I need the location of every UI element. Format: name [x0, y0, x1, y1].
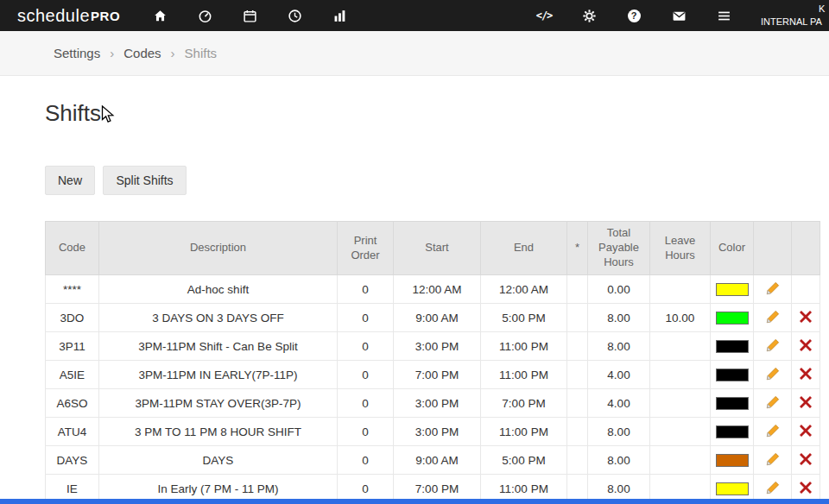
delete-button[interactable]: [800, 425, 812, 437]
cell-start: 9:00 AM: [394, 446, 481, 475]
gear-icon[interactable]: [566, 0, 611, 31]
edit-button[interactable]: [766, 310, 780, 324]
user-org: INTERNAL PA: [761, 16, 822, 27]
mail-icon[interactable]: [656, 0, 701, 31]
cell-color: [711, 446, 754, 475]
logo-text-accent: PRO: [91, 9, 120, 23]
cell-color: [711, 275, 754, 304]
cell-leave-hours: [650, 361, 711, 389]
cell-end: 11:00 PM: [481, 332, 567, 361]
list-icon[interactable]: [701, 0, 746, 31]
header-total-payable-hours: Total Payable Hours: [588, 222, 650, 275]
delete-button[interactable]: [800, 311, 812, 323]
cell-delete: [792, 446, 820, 475]
edit-button[interactable]: [766, 424, 780, 438]
calendar-icon[interactable]: [227, 0, 272, 31]
color-swatch: [716, 369, 749, 381]
edit-button[interactable]: [766, 281, 780, 295]
delete-button[interactable]: [800, 396, 812, 408]
cell-description: 3 PM TO 11 PM 8 HOUR SHIFT: [99, 418, 338, 446]
cell-delete: [792, 361, 820, 389]
help-icon-glyph: ?: [631, 10, 637, 21]
cell-color: [711, 418, 754, 446]
cell-start: 3:00 PM: [394, 389, 481, 418]
bar-chart-icon[interactable]: [317, 0, 362, 31]
color-swatch: [716, 397, 749, 410]
table-row: 3P11 3PM-11PM Shift - Can Be Split 0 3:0…: [46, 332, 820, 361]
edit-button[interactable]: [766, 481, 780, 495]
cell-end: 11:00 PM: [481, 361, 567, 389]
cell-delete: [792, 304, 820, 332]
navbar-right-icons: </> ?: [522, 0, 746, 31]
color-swatch: [716, 312, 749, 324]
cell-color: [711, 361, 754, 389]
cell-edit: [754, 304, 792, 332]
header-start: Start: [394, 222, 481, 275]
cell-print-order: 0: [338, 446, 394, 475]
delete-button[interactable]: [800, 368, 812, 380]
edit-button[interactable]: [766, 452, 780, 466]
edit-button[interactable]: [766, 367, 780, 381]
breadcrumb-settings[interactable]: Settings: [54, 46, 100, 60]
cell-print-order: 0: [338, 389, 394, 418]
color-swatch: [716, 454, 749, 467]
cell-end: 7:00 PM: [481, 389, 567, 418]
delete-button[interactable]: [800, 453, 812, 465]
cell-start: 12:00 AM: [394, 275, 481, 304]
cell-delete: [792, 418, 820, 446]
cell-code: 3P11: [46, 332, 99, 361]
cell-end: 11:00 PM: [481, 418, 567, 446]
app-logo[interactable]: schedule PRO: [17, 0, 120, 31]
cell-code: DAYS: [46, 446, 99, 475]
table-row: ATU4 3 PM TO 11 PM 8 HOUR SHIFT 0 3:00 P…: [46, 418, 820, 446]
cell-start: 7:00 PM: [394, 361, 481, 389]
header-edit: [754, 222, 792, 275]
cell-delete: [792, 275, 820, 304]
cell-leave-hours: 10.00: [650, 304, 711, 332]
code-icon-glyph: </>: [536, 9, 553, 22]
cell-code: ATU4: [46, 418, 99, 446]
breadcrumb-codes[interactable]: Codes: [123, 46, 161, 60]
cell-leave-hours: [650, 446, 711, 475]
cell-star: [567, 389, 588, 418]
home-icon[interactable]: [137, 0, 182, 31]
page-title: Shifts: [45, 100, 829, 128]
cell-star: [567, 446, 588, 475]
color-swatch: [716, 425, 749, 438]
edit-button[interactable]: [766, 338, 780, 352]
cell-star: [567, 361, 588, 389]
cell-star: [567, 418, 588, 446]
help-icon[interactable]: ?: [611, 0, 656, 31]
cell-edit: [754, 332, 792, 361]
cell-leave-hours: [650, 275, 711, 304]
cell-edit: [754, 275, 792, 304]
cell-delete: [792, 332, 820, 361]
cell-print-order: 0: [338, 304, 394, 332]
shifts-table: Code Description Print Order Start End *…: [45, 221, 820, 503]
color-swatch: [716, 340, 749, 353]
color-swatch: [716, 482, 749, 495]
cell-print-order: 0: [338, 332, 394, 361]
user-info[interactable]: K INTERNAL PA: [746, 0, 829, 31]
code-icon[interactable]: </>: [522, 0, 566, 31]
cell-print-order: 0: [338, 418, 394, 446]
cell-print-order: 0: [338, 361, 394, 389]
delete-button[interactable]: [800, 482, 812, 494]
header-code: Code: [46, 222, 99, 275]
header-print-order: Print Order: [338, 222, 394, 275]
cell-edit: [754, 361, 792, 389]
gauge-icon[interactable]: [182, 0, 227, 31]
cell-color: [711, 332, 754, 361]
split-shifts-button[interactable]: Split Shifts: [103, 166, 186, 195]
color-swatch: [716, 283, 749, 296]
cell-total-payable-hours: 8.00: [588, 304, 650, 332]
cell-code: A6SO: [46, 389, 99, 418]
header-description: Description: [99, 222, 338, 275]
breadcrumb-separator: ›: [171, 46, 175, 60]
cell-total-payable-hours: 8.00: [588, 446, 650, 475]
delete-button[interactable]: [800, 339, 812, 351]
table-row: DAYS DAYS 0 9:00 AM 5:00 PM 8.00: [46, 446, 820, 475]
new-button[interactable]: New: [45, 166, 95, 195]
clock-icon[interactable]: [272, 0, 317, 31]
edit-button[interactable]: [766, 395, 780, 409]
